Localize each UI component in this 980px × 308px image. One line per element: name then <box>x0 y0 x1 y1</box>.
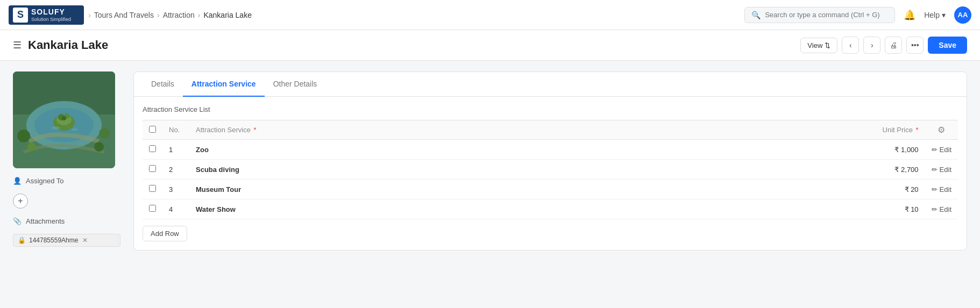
help-button[interactable]: Help ▾ <box>924 11 946 19</box>
search-box[interactable]: 🔍 <box>744 7 895 23</box>
assigned-to-label: Assigned To <box>26 177 64 185</box>
svg-point-14 <box>72 128 78 131</box>
attraction-image <box>13 71 115 168</box>
attachment-chip[interactable]: 🔒 144785559Ahme ✕ <box>13 234 120 247</box>
row-checkbox-cell <box>143 199 162 219</box>
left-panel: 👤 Assigned To + 📎 Attachments 🔒 14478555… <box>13 71 120 250</box>
prev-button[interactable]: ‹ <box>842 37 859 54</box>
row-no-3: 4 <box>162 199 189 219</box>
nav-right: 🔍 🔔 Help ▾ AA <box>744 6 971 24</box>
page-title: Kankaria Lake <box>28 38 108 52</box>
row-price-3: ₹ 10 <box>631 199 925 219</box>
edit-button-0[interactable]: ✏ Edit <box>932 146 951 154</box>
search-input[interactable] <box>765 11 888 19</box>
breadcrumb-sep-2: › <box>198 11 201 19</box>
row-checkbox-cell <box>143 180 162 199</box>
row-price-1: ₹ 2,700 <box>631 160 925 180</box>
next-button[interactable]: › <box>863 37 880 54</box>
notification-bell-icon[interactable]: 🔔 <box>904 9 915 21</box>
view-button[interactable]: View ⇅ <box>800 38 837 53</box>
header-actions: View ⇅ ‹ › 🖨 ••• Save <box>800 37 967 54</box>
lock-icon: 🔒 <box>18 237 26 244</box>
edit-button-2[interactable]: ✏ Edit <box>932 185 951 194</box>
svg-point-11 <box>27 142 36 151</box>
svg-point-8 <box>62 116 66 120</box>
add-row-button[interactable]: Add Row <box>143 226 187 241</box>
th-unit-price: Unit Price * <box>631 120 925 140</box>
service-required-star: * <box>254 126 257 134</box>
pencil-icon: ✏ <box>932 185 938 194</box>
svg-point-10 <box>99 128 110 139</box>
th-actions: ⚙ <box>925 120 958 140</box>
row-price-2: ₹ 20 <box>631 180 925 199</box>
brand-tagline: Solution Simplified <box>31 17 71 23</box>
table-area: Attraction Service List No. Attraction S… <box>134 97 967 250</box>
settings-icon[interactable]: ⚙ <box>938 125 945 134</box>
edit-button-1[interactable]: ✏ Edit <box>932 166 951 174</box>
attachments-section: 📎 Attachments <box>13 217 120 225</box>
table-row: 2 Scuba diving ₹ 2,700 ✏ Edit <box>143 160 958 180</box>
breadcrumb-tours[interactable]: Tours And Travels <box>94 11 154 19</box>
row-price-0: ₹ 1,000 <box>631 140 925 160</box>
breadcrumb-sep-1: › <box>157 11 160 19</box>
row-edit-cell-2: ✏ Edit <box>925 180 958 199</box>
view-label: View <box>807 41 822 49</box>
row-service-0: Zoo <box>189 140 631 160</box>
unit-price-required-star: * <box>916 126 919 134</box>
pencil-icon: ✏ <box>932 146 938 154</box>
logo[interactable]: S SOLUFY Solution Simplified <box>9 5 84 25</box>
add-assigned-button[interactable]: + <box>13 194 28 209</box>
chip-close-icon[interactable]: ✕ <box>82 237 88 244</box>
brand-name: SOLUFY <box>31 8 71 17</box>
table-row: 4 Water Show ₹ 10 ✏ Edit <box>143 199 958 219</box>
row-no-0: 1 <box>162 140 189 160</box>
tab-attraction-service[interactable]: Attraction Service <box>183 72 265 97</box>
service-table: No. Attraction Service * Unit Price * ⚙ <box>143 120 958 219</box>
th-service: Attraction Service * <box>189 120 631 140</box>
edit-button-3[interactable]: ✏ Edit <box>932 205 951 213</box>
logo-letter: S <box>13 8 28 23</box>
tab-details[interactable]: Details <box>143 72 183 97</box>
avatar[interactable]: AA <box>954 6 971 24</box>
breadcrumb-attraction[interactable]: Attraction <box>163 11 195 19</box>
page-header: ☰ Kankaria Lake View ⇅ ‹ › 🖨 ••• Save <box>0 30 980 61</box>
row-service-2: Museum Tour <box>189 180 631 199</box>
table-row: 3 Museum Tour ₹ 20 ✏ Edit <box>143 180 958 199</box>
tab-other-details[interactable]: Other Details <box>265 72 326 97</box>
row-edit-cell-0: ✏ Edit <box>925 140 958 160</box>
row-checkbox-0[interactable] <box>149 145 156 152</box>
svg-point-9 <box>17 130 30 142</box>
chevron-down-icon: ▾ <box>942 11 946 19</box>
pencil-icon: ✏ <box>932 205 938 213</box>
paperclip-icon: 📎 <box>13 217 22 225</box>
help-label: Help <box>924 11 940 19</box>
main-panel: Details Attraction Service Other Details… <box>133 71 967 250</box>
row-checkbox-2[interactable] <box>149 185 156 192</box>
row-edit-cell-1: ✏ Edit <box>925 160 958 180</box>
row-no-1: 2 <box>162 160 189 180</box>
table-row: 1 Zoo ₹ 1,000 ✏ Edit <box>143 140 958 160</box>
person-icon: 👤 <box>13 177 22 185</box>
top-navigation: S SOLUFY Solution Simplified › Tours And… <box>0 0 980 30</box>
breadcrumb-sep-0: › <box>88 11 91 19</box>
breadcrumb-current: Kankaria Lake <box>203 11 252 19</box>
save-button[interactable]: Save <box>928 37 967 54</box>
search-icon: 🔍 <box>751 11 761 19</box>
row-no-2: 3 <box>162 180 189 199</box>
attachment-name: 144785559Ahme <box>29 237 78 244</box>
row-service-3: Water Show <box>189 199 631 219</box>
select-all-checkbox[interactable] <box>149 126 156 133</box>
svg-point-13 <box>52 126 60 130</box>
hamburger-icon[interactable]: ☰ <box>13 39 22 51</box>
row-checkbox-1[interactable] <box>149 165 156 172</box>
th-no: No. <box>162 120 189 140</box>
row-checkbox-3[interactable] <box>149 205 156 212</box>
content-area: 👤 Assigned To + 📎 Attachments 🔒 14478555… <box>0 61 980 261</box>
more-options-button[interactable]: ••• <box>906 37 924 54</box>
assigned-to-section: 👤 Assigned To <box>13 177 120 185</box>
table-title: Attraction Service List <box>143 105 958 113</box>
breadcrumb: › Tours And Travels › Attraction › Kanka… <box>88 11 252 19</box>
attachments-label: Attachments <box>26 217 65 225</box>
print-button[interactable]: 🖨 <box>885 37 902 54</box>
tabs: Details Attraction Service Other Details <box>134 72 967 97</box>
